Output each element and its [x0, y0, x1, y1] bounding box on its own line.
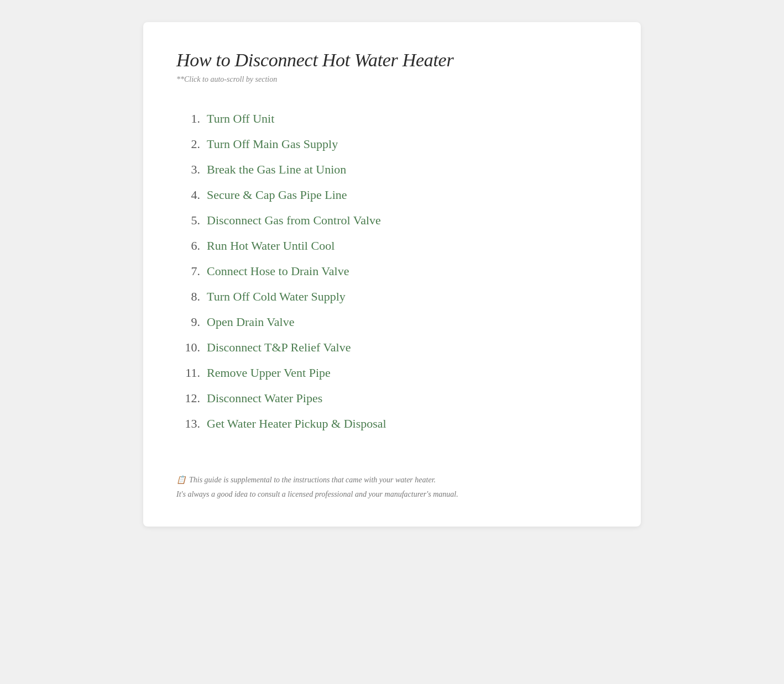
list-item: 13.Get Water Heater Pickup & Disposal	[176, 411, 608, 436]
step-number: 13.	[176, 417, 207, 431]
page-subtitle: **Click to auto-scroll by section	[176, 75, 608, 84]
footer-note-2: It's always a good idea to consult a lic…	[176, 490, 608, 499]
list-item: 3.Break the Gas Line at Union	[176, 157, 608, 182]
page-title: How to Disconnect Hot Water Heater	[176, 50, 608, 71]
step-link-4[interactable]: Secure & Cap Gas Pipe Line	[207, 188, 347, 202]
steps-list: 1.Turn Off Unit2.Turn Off Main Gas Suppl…	[176, 106, 608, 436]
step-link-8[interactable]: Turn Off Cold Water Supply	[207, 290, 346, 304]
step-number: 2.	[176, 137, 207, 151]
step-link-6[interactable]: Run Hot Water Until Cool	[207, 239, 334, 253]
list-item: 12.Disconnect Water Pipes	[176, 386, 608, 411]
step-number: 3.	[176, 162, 207, 177]
step-number: 4.	[176, 188, 207, 202]
step-number: 9.	[176, 315, 207, 329]
list-item: 5.Disconnect Gas from Control Valve	[176, 208, 608, 233]
step-number: 6.	[176, 239, 207, 253]
step-link-7[interactable]: Connect Hose to Drain Valve	[207, 264, 349, 278]
step-link-2[interactable]: Turn Off Main Gas Supply	[207, 137, 338, 151]
footer-note-1: 📋 This guide is supplemental to the inst…	[176, 475, 608, 485]
step-link-11[interactable]: Remove Upper Vent Pipe	[207, 366, 331, 380]
list-item: 2.Turn Off Main Gas Supply	[176, 131, 608, 157]
main-card: How to Disconnect Hot Water Heater **Cli…	[143, 22, 641, 527]
step-number: 1.	[176, 112, 207, 126]
step-link-10[interactable]: Disconnect T&P Relief Valve	[207, 340, 351, 355]
step-link-1[interactable]: Turn Off Unit	[207, 112, 274, 126]
step-number: 10.	[176, 340, 207, 355]
footer-section: 📋 This guide is supplemental to the inst…	[176, 464, 608, 499]
book-icon: 📋	[176, 475, 186, 485]
footer-note-1-text: This guide is supplemental to the instru…	[189, 476, 436, 485]
list-item: 11.Remove Upper Vent Pipe	[176, 360, 608, 386]
step-link-9[interactable]: Open Drain Valve	[207, 315, 294, 329]
list-item: 9.Open Drain Valve	[176, 309, 608, 335]
list-item: 10.Disconnect T&P Relief Valve	[176, 335, 608, 360]
step-number: 7.	[176, 264, 207, 278]
step-link-5[interactable]: Disconnect Gas from Control Valve	[207, 213, 381, 228]
step-number: 5.	[176, 213, 207, 228]
list-item: 4.Secure & Cap Gas Pipe Line	[176, 182, 608, 208]
list-item: 1.Turn Off Unit	[176, 106, 608, 131]
step-number: 12.	[176, 391, 207, 406]
step-link-3[interactable]: Break the Gas Line at Union	[207, 162, 346, 177]
list-item: 8.Turn Off Cold Water Supply	[176, 284, 608, 309]
step-number: 11.	[176, 366, 207, 380]
step-link-13[interactable]: Get Water Heater Pickup & Disposal	[207, 417, 386, 431]
step-number: 8.	[176, 290, 207, 304]
step-link-12[interactable]: Disconnect Water Pipes	[207, 391, 322, 406]
list-item: 6.Run Hot Water Until Cool	[176, 233, 608, 259]
list-item: 7.Connect Hose to Drain Valve	[176, 259, 608, 284]
